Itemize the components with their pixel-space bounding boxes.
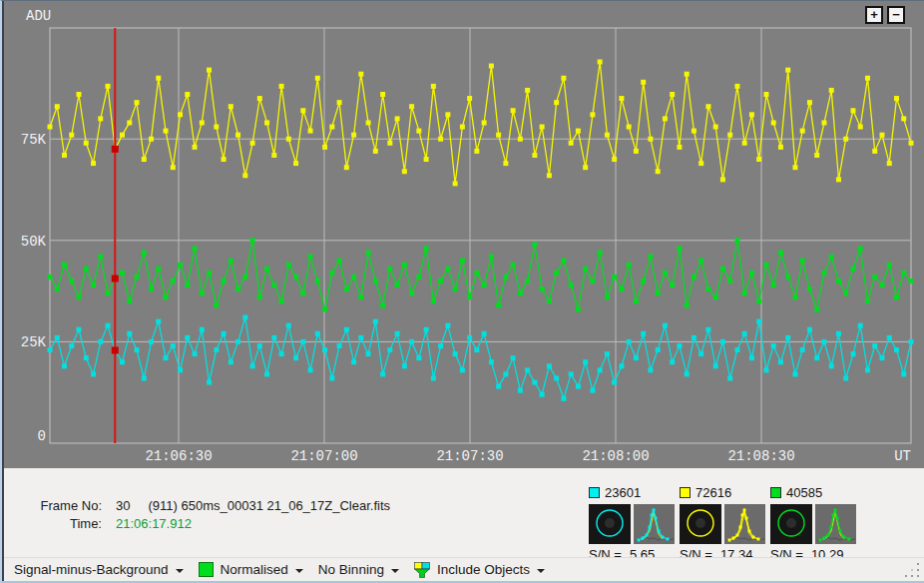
bottom-toolbar: Signal-minus-Background Normalised No Bi… — [2, 557, 924, 581]
x-tick-label: 21:08:30 — [727, 448, 794, 464]
series-72616 — [48, 59, 914, 186]
aperture-thumbnail[interactable] — [589, 504, 631, 544]
series-23601 — [48, 315, 914, 401]
y-tick-label: 50K — [21, 234, 47, 250]
psf-profile-thumbnail[interactable] — [724, 504, 766, 544]
signal-mode-dropdown[interactable]: Signal-minus-Background — [10, 560, 191, 579]
x-axis-title: UT — [894, 448, 911, 464]
normalisation-target-swatch-icon — [199, 562, 214, 577]
object-id-label: 40585 — [786, 485, 822, 500]
frame-row: Frame No: 30 (911) 650ms_00031 21_06_17Z… — [10, 498, 390, 513]
light-curve-window: 75K50K25K021:06:3021:07:0021:07:3021:08:… — [0, 0, 924, 583]
chevron-down-icon — [391, 569, 399, 573]
x-tick-label: 21:07:00 — [290, 448, 357, 464]
light-curve-chart[interactable]: 75K50K25K021:06:3021:07:0021:07:3021:08:… — [2, 1, 924, 468]
chart-area[interactable]: 75K50K25K021:06:3021:07:0021:07:3021:08:… — [2, 1, 924, 468]
legend-group-23601: 23601 S/N =5.65 — [589, 485, 675, 562]
legend-head: 72616 — [680, 485, 765, 500]
x-tick-label: 21:07:30 — [436, 448, 503, 464]
x-tick-label: 21:06:30 — [145, 448, 212, 464]
series-color-swatch — [680, 487, 691, 498]
frame-file-name: (911) 650ms_00031 21_06_17Z_Clear.fits — [148, 498, 390, 513]
time-row: Time: 21:06:17.912 — [10, 516, 390, 531]
cursor-marker — [112, 346, 119, 353]
y-tick-label: 25K — [21, 334, 47, 350]
cursor-marker — [112, 276, 119, 283]
object-legend: 23601 S/N =5.65 72616 — [589, 485, 856, 562]
normalised-label: Normalised — [221, 562, 288, 577]
frame-no-value: 30 — [116, 498, 130, 513]
include-objects-funnel-icon — [414, 562, 430, 578]
series-40585 — [48, 238, 914, 311]
x-tick-label: 21:08:00 — [582, 448, 649, 464]
aperture-thumbnail[interactable] — [680, 504, 721, 544]
y-tick-label: 0 — [38, 428, 46, 444]
gridlines — [50, 28, 911, 443]
psf-profile-thumbnail[interactable] — [815, 504, 857, 544]
frame-info: Frame No: 30 (911) 650ms_00031 21_06_17Z… — [10, 498, 390, 534]
chevron-down-icon — [176, 569, 184, 573]
aperture-thumbnail[interactable] — [770, 504, 812, 544]
legend-group-72616: 72616 S/N =17.34 — [680, 485, 765, 562]
y-axis-title: ADU — [26, 8, 51, 24]
object-id-label: 72616 — [695, 485, 731, 500]
object-thumbnails — [680, 504, 765, 544]
legend-head: 23601 — [589, 485, 675, 500]
binning-label: No Binning — [318, 562, 384, 577]
info-panel: Frame No: 30 (911) 650ms_00031 21_06_17Z… — [2, 468, 924, 557]
object-id-label: 23601 — [605, 485, 641, 500]
series-color-swatch — [589, 487, 600, 498]
time-value: 21:06:17.912 — [116, 516, 192, 531]
legend-head: 40585 — [770, 485, 856, 500]
include-objects-dropdown[interactable]: Include Objects — [410, 560, 552, 580]
series-color-swatch — [770, 487, 781, 498]
normalised-dropdown[interactable]: Normalised — [195, 560, 310, 579]
signal-mode-label: Signal-minus-Background — [14, 562, 169, 577]
zoom-in-button[interactable]: + — [865, 6, 883, 24]
object-thumbnails — [770, 504, 856, 544]
cursor-marker — [112, 146, 119, 153]
include-objects-label: Include Objects — [437, 562, 530, 577]
binning-dropdown[interactable]: No Binning — [314, 560, 406, 579]
resize-grip[interactable] — [903, 563, 919, 577]
chevron-down-icon — [295, 569, 303, 573]
chevron-down-icon — [537, 569, 545, 573]
time-label: Time: — [10, 516, 102, 531]
y-tick-label: 75K — [21, 132, 47, 148]
object-thumbnails — [589, 504, 675, 544]
legend-group-40585: 40585 S/N =10.29 — [770, 485, 856, 562]
frame-no-label: Frame No: — [10, 498, 102, 513]
zoom-controls: + − — [865, 6, 905, 24]
zoom-out-button[interactable]: − — [887, 6, 905, 24]
psf-profile-thumbnail[interactable] — [634, 504, 676, 544]
